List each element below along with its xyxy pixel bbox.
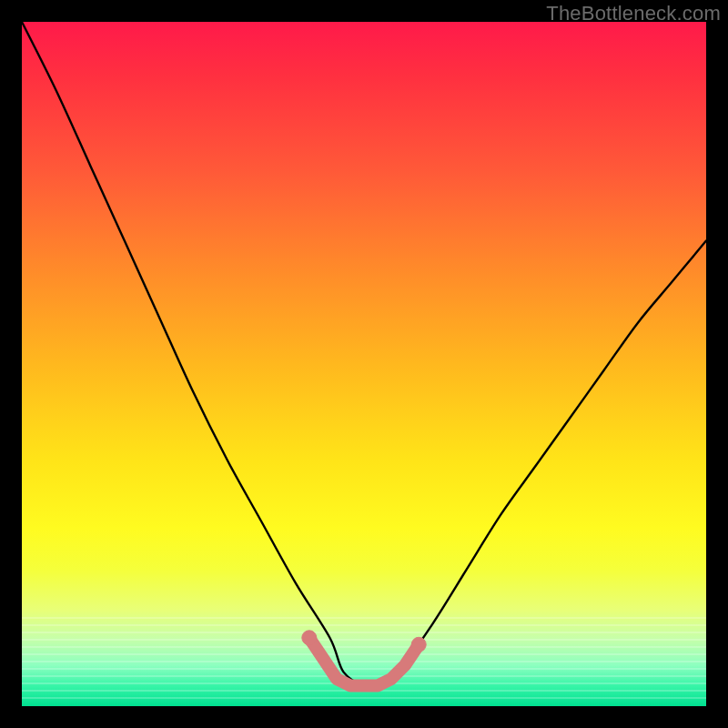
bottleneck-curve-path	[22, 22, 706, 687]
gradient-plot-area	[22, 22, 706, 706]
trough-end-dot	[411, 637, 426, 652]
trough-band	[309, 638, 419, 686]
trough-end-dot	[302, 631, 317, 645]
trough-markers-group	[302, 631, 426, 686]
bottleneck-curve-svg	[22, 22, 706, 706]
outer-frame: TheBottleneck.com	[0, 0, 728, 728]
